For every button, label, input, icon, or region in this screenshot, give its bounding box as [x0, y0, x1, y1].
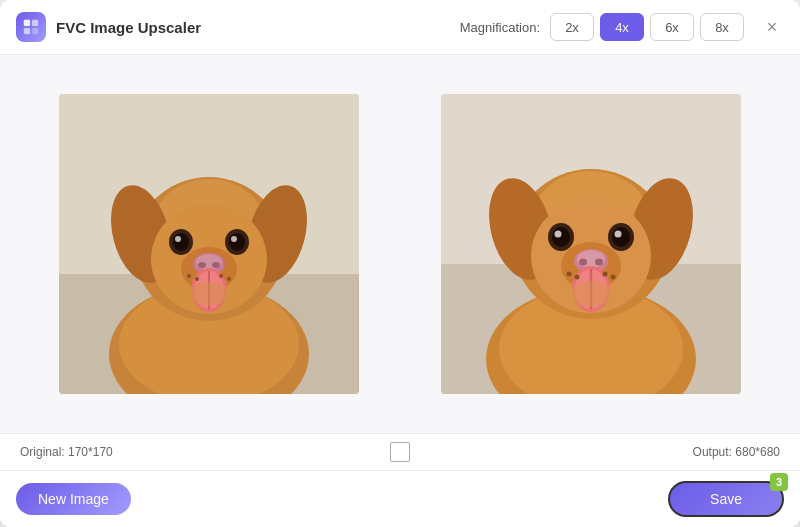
magnification-label: Magnification: [460, 20, 540, 35]
original-image-panel [49, 94, 369, 394]
center-icon [390, 442, 410, 462]
svg-point-23 [198, 262, 206, 268]
svg-point-60 [603, 272, 608, 277]
save-badge: 3 [770, 473, 788, 491]
svg-point-47 [612, 227, 630, 247]
original-info: Original: 170*170 [20, 445, 390, 459]
svg-point-30 [195, 277, 199, 281]
close-button[interactable]: × [760, 15, 784, 39]
svg-point-16 [175, 236, 181, 242]
svg-point-15 [173, 233, 189, 251]
mag-2x-button[interactable]: 2x [550, 13, 594, 41]
app-logo [16, 12, 46, 42]
svg-point-59 [575, 275, 580, 280]
svg-point-58 [567, 272, 572, 277]
svg-point-29 [187, 274, 191, 278]
svg-point-24 [212, 262, 220, 268]
svg-point-48 [615, 231, 622, 238]
title-bar: FVC Image Upscaler Magnification: 2x 4x … [0, 0, 800, 55]
svg-point-45 [555, 231, 562, 238]
svg-rect-1 [32, 20, 38, 26]
svg-point-53 [595, 259, 603, 266]
save-button-wrapper: 3 Save [668, 481, 784, 517]
svg-point-28 [189, 282, 229, 306]
original-dog-image [59, 94, 359, 394]
save-button[interactable]: Save [668, 481, 784, 517]
output-dog-image [441, 94, 741, 394]
divider [399, 104, 401, 384]
magnification-controls: 2x 4x 6x 8x [550, 13, 744, 41]
original-image-box [59, 94, 359, 394]
output-image-box [441, 94, 741, 394]
svg-point-22 [196, 254, 222, 270]
mag-8x-button[interactable]: 8x [700, 13, 744, 41]
app-window: FVC Image Upscaler Magnification: 2x 4x … [0, 0, 800, 527]
content-area [0, 55, 800, 433]
output-image-panel [431, 94, 751, 394]
svg-rect-0 [24, 20, 30, 26]
svg-point-19 [231, 236, 237, 242]
svg-point-31 [219, 274, 223, 278]
bottom-bar: New Image 3 Save [0, 470, 800, 527]
new-image-button[interactable]: New Image [16, 483, 131, 515]
mag-6x-button[interactable]: 6x [650, 13, 694, 41]
mag-4x-button[interactable]: 4x [600, 13, 644, 41]
svg-point-52 [579, 259, 587, 266]
svg-point-57 [570, 281, 612, 307]
status-bar: Original: 170*170 Output: 680*680 [0, 433, 800, 470]
app-title: FVC Image Upscaler [56, 19, 201, 36]
svg-point-61 [611, 275, 616, 280]
output-info: Output: 680*680 [410, 445, 780, 459]
svg-rect-2 [24, 28, 30, 34]
svg-rect-3 [32, 28, 38, 34]
svg-point-44 [552, 227, 570, 247]
svg-point-32 [227, 277, 231, 281]
svg-point-18 [229, 233, 245, 251]
